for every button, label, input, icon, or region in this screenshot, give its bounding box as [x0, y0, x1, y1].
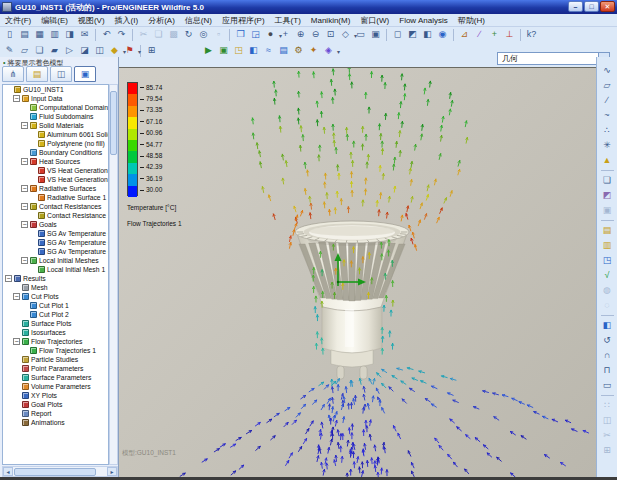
tree-item-isosurfaces[interactable]: Isosurfaces: [3, 328, 108, 337]
expander-icon[interactable]: −: [21, 203, 28, 210]
tree-item-local-initial-mesh-1[interactable]: Local Initial Mesh 1: [3, 265, 108, 274]
expander-icon[interactable]: −: [21, 257, 28, 264]
menu-item[interactable]: 插入(I): [110, 15, 144, 26]
datum-plane-toggle-icon[interactable]: ⊿: [458, 28, 471, 41]
line-icon[interactable]: ∕: [601, 94, 614, 107]
tree-item-surface-parameters[interactable]: Surface Parameters: [3, 373, 108, 382]
edit-icon[interactable]: ▰: [48, 44, 61, 57]
tree-item-boundary-conditions[interactable]: Boundary Conditions: [3, 148, 108, 157]
graphics-area[interactable]: 85.7479.5473.3567.1660.9654.7748.5842.39…: [119, 67, 596, 477]
expander-icon[interactable]: −: [13, 338, 20, 345]
expander-icon[interactable]: −: [21, 221, 28, 228]
datum-curve-icon[interactable]: ∿: [601, 64, 614, 77]
tree-item-polystyrene-no-fill[interactable]: Polystyrene (no fill): [3, 139, 108, 148]
tree-item-goal-plots[interactable]: Goal Plots: [3, 400, 108, 409]
menu-item[interactable]: 工具(T): [270, 15, 306, 26]
tree-item-radiative-surface-1[interactable]: Radiative Surface 1: [3, 193, 108, 202]
tree-item-radiative-surfaces[interactable]: −Radiative Surfaces: [3, 184, 108, 193]
close-button[interactable]: ✕: [600, 1, 615, 12]
spline-icon[interactable]: ~: [601, 109, 614, 122]
tree-item-sg-av-temperature-of[interactable]: SG Av Temperature of: [3, 238, 108, 247]
verify-icon[interactable]: √: [601, 269, 614, 282]
project-wizard-icon[interactable]: ◈▾: [322, 44, 335, 57]
menu-item[interactable]: 视图(V): [73, 15, 110, 26]
tree-item-vs-heat-generation-ra[interactable]: VS Heat Generation Ra: [3, 175, 108, 184]
tree-item-cut-plot-2[interactable]: Cut Plot 2: [3, 310, 108, 319]
chevron-down-icon[interactable]: ▾: [138, 46, 141, 59]
tree-item-mesh[interactable]: Mesh: [3, 283, 108, 292]
shaded-icon[interactable]: ◉: [436, 28, 449, 41]
zoom-out-icon[interactable]: ⊖: [309, 28, 322, 41]
tree-item-surface-plots[interactable]: Surface Plots: [3, 319, 108, 328]
datum-point-toggle-icon[interactable]: +: [488, 28, 501, 41]
tree-item-report[interactable]: Report: [3, 409, 108, 418]
tree-item-local-initial-meshes[interactable]: −Local Initial Meshes: [3, 256, 108, 265]
capture-icon[interactable]: ◪: [78, 44, 91, 57]
title-bar[interactable]: GU10_INST1 (活动的) - Pro/ENGINEER Wildfire…: [0, 0, 617, 14]
spin-center-icon[interactable]: +: [279, 28, 292, 41]
play-icon[interactable]: ▷: [63, 44, 76, 57]
regenerate-icon[interactable]: ↻: [182, 28, 195, 41]
tree-item-heat-sources[interactable]: −Heat Sources: [3, 157, 108, 166]
blend-icon[interactable]: ⊓: [601, 364, 614, 377]
tree-item-input-data[interactable]: −Input Data: [3, 94, 108, 103]
sweep-icon[interactable]: ∩: [601, 349, 614, 362]
tree-vertical-scrollbar[interactable]: [109, 84, 118, 465]
email-icon[interactable]: ✉: [78, 28, 91, 41]
insert-mode-icon[interactable]: ▥: [601, 239, 614, 252]
expander-icon[interactable]: −: [21, 122, 28, 129]
tree-item-vs-heat-generation-ra[interactable]: VS Heat Generation Ra: [3, 166, 108, 175]
tree-item-flow-trajectories[interactable]: −Flow Trajectories: [3, 337, 108, 346]
tree-item-solid-materials[interactable]: −Solid Materials: [3, 121, 108, 130]
tree-item-cut-plot-1[interactable]: Cut Plot 1: [3, 301, 108, 310]
menu-item[interactable]: 应用程序(P): [217, 15, 270, 26]
maximize-button[interactable]: □: [584, 1, 599, 12]
flow-trajectories-icon[interactable]: ≈: [262, 44, 275, 57]
refit-icon[interactable]: ⊡: [324, 28, 337, 41]
model-tree-tab[interactable]: ⋔: [2, 66, 24, 82]
window-new-icon[interactable]: ❒: [234, 28, 247, 41]
selection-filter-combobox[interactable]: 几何 ▾: [497, 52, 610, 65]
scrollbar-thumb[interactable]: [110, 91, 117, 155]
favorites-tab[interactable]: ◫: [50, 66, 72, 82]
flow-project-icon[interactable]: ◫: [93, 44, 106, 57]
tree-item-contact-resistances[interactable]: −Contact Resistances: [3, 202, 108, 211]
cut-plot-icon[interactable]: ◧: [247, 44, 260, 57]
tree-item-volume-parameters[interactable]: Volume Parameters: [3, 382, 108, 391]
print-icon[interactable]: ▥: [48, 28, 61, 41]
tree-item-gu10-inst1[interactable]: GU10_INST1: [3, 85, 108, 94]
chevron-down-icon[interactable]: ▾: [337, 46, 340, 59]
flag-icon[interactable]: ⚑▾: [123, 44, 136, 57]
undo-icon[interactable]: ↶: [100, 28, 113, 41]
tools-icon[interactable]: ✦: [307, 44, 320, 57]
menu-item[interactable]: Flow Analysis: [394, 16, 452, 25]
solver-monitor-icon[interactable]: ▣: [217, 44, 230, 57]
open-rep-icon[interactable]: ▤: [601, 224, 614, 237]
tree-item-animations[interactable]: Animations: [3, 418, 108, 427]
tree-item-fluid-subdomains[interactable]: Fluid Subdomains: [3, 112, 108, 121]
tree-item-contact-resistance-1[interactable]: Contact Resistance 1: [3, 211, 108, 220]
expander-icon[interactable]: −: [21, 158, 28, 165]
save-file-icon[interactable]: ▦: [33, 28, 46, 41]
repaint-icon[interactable]: ▭: [354, 28, 367, 41]
open-file-icon[interactable]: ▤: [18, 28, 31, 41]
use-edge-icon[interactable]: ◩: [601, 189, 614, 202]
tree-item-flow-trajectories-1[interactable]: Flow Trajectories 1: [3, 346, 108, 355]
menu-item[interactable]: 分析(A): [143, 15, 180, 26]
new-object-icon[interactable]: ▱: [18, 44, 31, 57]
revolve-icon[interactable]: ↺: [601, 334, 614, 347]
print-preview-icon[interactable]: ◨: [63, 28, 76, 41]
tree-item-cut-plots[interactable]: −Cut Plots: [3, 292, 108, 301]
datum-plane-icon[interactable]: ▲: [601, 154, 614, 167]
zoom-in-icon[interactable]: ⊕: [294, 28, 307, 41]
menu-item[interactable]: 编辑(E): [36, 15, 73, 26]
expander-icon[interactable]: −: [5, 275, 12, 282]
render-icon[interactable]: ●▾: [264, 28, 277, 41]
tree-item-results[interactable]: −Results: [3, 274, 108, 283]
tree-item-sg-av-temperature-of[interactable]: SG Av Temperature of: [3, 247, 108, 256]
tree-item-aluminum-6061-solid-m[interactable]: Aluminum 6061 Solid M: [3, 130, 108, 139]
wireframe-icon[interactable]: ◻: [391, 28, 404, 41]
scrollbar-thumb[interactable]: [14, 468, 96, 476]
sketch-tool-icon[interactable]: ❏: [601, 174, 614, 187]
datum-axis-icon[interactable]: ✳: [601, 139, 614, 152]
